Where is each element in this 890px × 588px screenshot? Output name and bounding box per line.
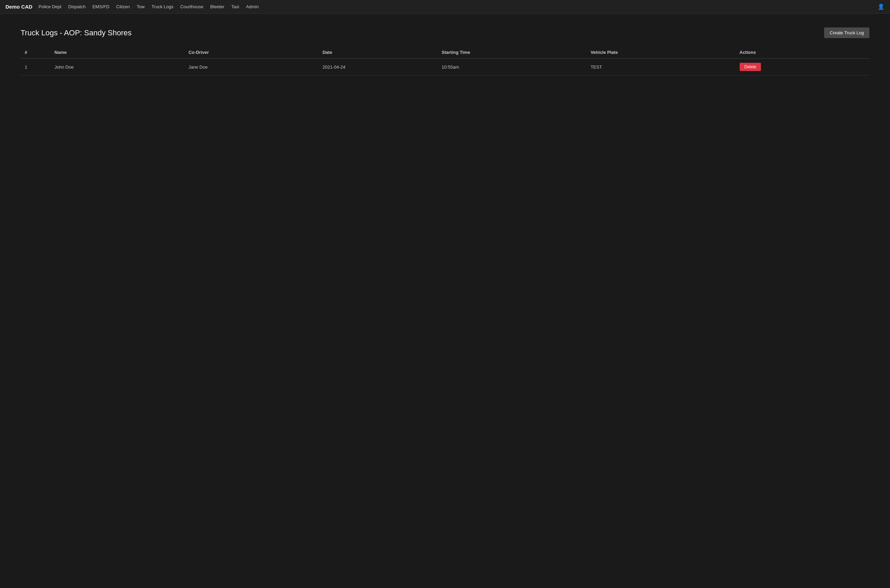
col-header-actions: Actions (735, 46, 870, 58)
col-header-date: Date (319, 46, 437, 58)
table-row: 1 John Doe Jane Doe 2021-04-24 10:55am T… (21, 58, 869, 75)
nav-taxi[interactable]: Taxi (231, 3, 240, 10)
table-header: # Name Co-Driver Date Starting Time Vehi… (21, 46, 869, 58)
navbar: Demo CAD Police Dept Dispatch EMS/FD Cit… (0, 0, 890, 14)
row-codriver: Jane Doe (184, 58, 318, 75)
user-icon[interactable]: 👤 (878, 3, 884, 10)
col-header-starting-time: Starting Time (437, 46, 586, 58)
delete-button[interactable]: Delete (740, 63, 761, 71)
nav-bleeter[interactable]: Bleeter (209, 3, 225, 10)
nav-police-dept[interactable]: Police Dept (38, 3, 62, 10)
row-actions: Delete (735, 58, 870, 75)
row-num: 1 (21, 58, 50, 75)
app-brand: Demo CAD (6, 4, 32, 10)
page-header: Truck Logs - AOP: Sandy Shores Create Tr… (21, 27, 869, 38)
row-name: John Doe (50, 58, 184, 75)
nav-admin[interactable]: Admin (245, 3, 260, 10)
page-title: Truck Logs - AOP: Sandy Shores (21, 28, 131, 38)
nav-tow[interactable]: Tow (136, 3, 145, 10)
main-content: Truck Logs - AOP: Sandy Shores Create Tr… (0, 14, 890, 89)
create-truck-log-button[interactable]: Create Truck Log (824, 27, 869, 38)
col-header-name: Name (50, 46, 184, 58)
col-header-codriver: Co-Driver (184, 46, 318, 58)
col-header-vehicle-plate: Vehicle Plate (586, 46, 735, 58)
nav-citizen[interactable]: Citizen (116, 3, 131, 10)
row-starting-time: 10:55am (437, 58, 586, 75)
col-header-num: # (21, 46, 50, 58)
nav-courthouse[interactable]: Courthouse (179, 3, 204, 10)
row-date: 2021-04-24 (319, 58, 437, 75)
nav-ems-fd[interactable]: EMS/FD (92, 3, 110, 10)
truck-logs-table-container: # Name Co-Driver Date Starting Time Vehi… (21, 46, 869, 75)
table-body: 1 John Doe Jane Doe 2021-04-24 10:55am T… (21, 58, 869, 75)
table-header-row: # Name Co-Driver Date Starting Time Vehi… (21, 46, 869, 58)
row-vehicle-plate: TEST (586, 58, 735, 75)
nav-truck-logs[interactable]: Truck Logs (151, 3, 174, 10)
truck-logs-table: # Name Co-Driver Date Starting Time Vehi… (21, 46, 869, 75)
nav-dispatch[interactable]: Dispatch (68, 3, 87, 10)
